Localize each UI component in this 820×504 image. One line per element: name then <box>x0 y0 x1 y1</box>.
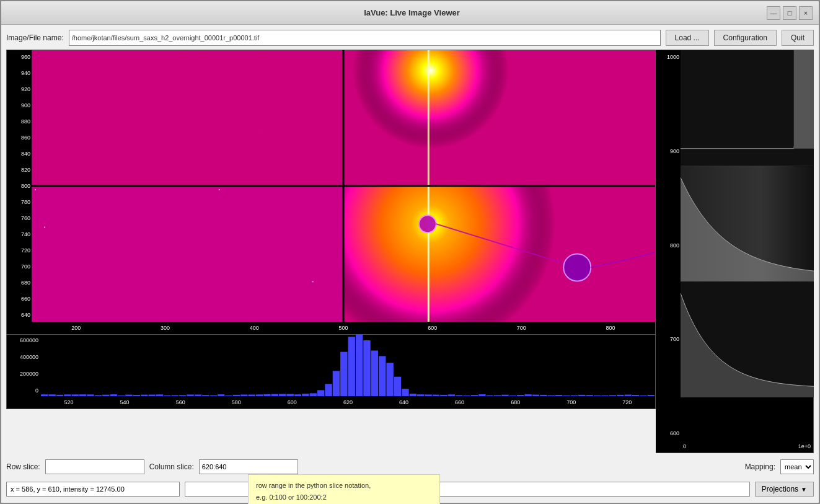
right-y-tick: 700 <box>657 336 679 342</box>
y-tick: 900 <box>8 102 30 108</box>
window-controls: — □ × <box>767 6 813 20</box>
y-tick: 720 <box>8 247 30 254</box>
tooltip-line2: e.g. 0:100 or 100:200:2 <box>256 492 432 503</box>
y-tick: 640 <box>8 312 30 318</box>
x-tick: 600 <box>428 325 437 331</box>
y-tick: 700 <box>8 263 30 270</box>
y-tick: 860 <box>8 135 30 141</box>
col-slice-label: Column slice: <box>149 462 194 471</box>
configuration-button[interactable]: Configuration <box>714 30 777 46</box>
x-tick: 400 <box>250 325 259 331</box>
y-tick: 660 <box>8 296 30 302</box>
quit-button[interactable]: Quit <box>782 30 814 46</box>
right-y-tick: 800 <box>657 242 679 249</box>
hist-x-tick: 620 <box>343 399 353 405</box>
row-slice-input[interactable] <box>45 459 144 474</box>
mapping-select[interactable]: mean max min sum <box>780 459 814 474</box>
tooltip: row range in the python slice notation, … <box>248 474 440 504</box>
close-button[interactable]: × <box>799 6 813 20</box>
histogram-panel: 600000 400000 200000 0 520 540 560 580 6… <box>6 335 656 409</box>
hist-y-tick: 600000 <box>8 337 40 343</box>
hist-x-tick: 660 <box>455 399 464 405</box>
hist-x-tick: 680 <box>511 399 520 405</box>
y-tick: 800 <box>8 183 30 189</box>
histogram-y-labels: 600000 400000 200000 0 <box>7 335 41 396</box>
image-canvas[interactable] <box>32 50 655 322</box>
x-tick: 700 <box>517 325 526 331</box>
image-display[interactable]: 960 940 920 900 880 860 840 820 800 780 … <box>6 50 656 335</box>
row-slice-label: Row slice: <box>6 462 40 471</box>
window-title: laVue: Live Image Viewer <box>57 8 767 17</box>
right-plot-canvas[interactable] <box>681 50 814 397</box>
projections-dropdown-icon: ▼ <box>801 486 807 493</box>
y-tick: 820 <box>8 167 30 173</box>
file-input[interactable] <box>69 30 661 46</box>
right-y-tick: 900 <box>657 148 679 154</box>
minimize-button[interactable]: — <box>767 6 780 20</box>
col-slice-input[interactable] <box>199 459 298 474</box>
right-x-tick: 1e+0 <box>798 443 811 449</box>
title-bar: laVue: Live Image Viewer — □ × <box>1 1 819 25</box>
hist-x-tick: 520 <box>64 399 74 405</box>
y-tick: 760 <box>8 215 30 221</box>
main-area: 960 940 920 900 880 860 840 820 800 780 … <box>6 50 814 453</box>
hist-x-tick: 640 <box>399 399 408 405</box>
file-label: Image/File name: <box>6 33 64 42</box>
hist-y-tick: 400000 <box>8 354 40 360</box>
status-row: x = 586, y = 610, intensity = 12745.00 P… <box>6 480 814 498</box>
hist-x-tick: 580 <box>232 399 241 405</box>
histogram-canvas[interactable] <box>41 335 655 396</box>
right-x-tick: 0 <box>683 443 686 449</box>
y-tick: 740 <box>8 231 30 237</box>
x-tick: 800 <box>606 325 615 331</box>
hist-x-tick: 560 <box>176 399 185 405</box>
tooltip-line1: row range in the python slice notation, <box>256 480 432 492</box>
status-text: x = 586, y = 610, intensity = 12745.00 <box>6 482 180 497</box>
y-tick: 940 <box>8 70 30 76</box>
maximize-button[interactable]: □ <box>783 6 796 20</box>
main-window: laVue: Live Image Viewer — □ × Image/Fil… <box>0 0 820 504</box>
x-tick: 200 <box>71 325 81 331</box>
hist-x-tick: 720 <box>622 399 632 405</box>
x-axis-labels: 200 300 400 500 600 700 800 <box>32 322 655 334</box>
right-y-tick: 600 <box>657 430 679 436</box>
hist-x-tick: 600 <box>288 399 297 405</box>
histogram-x-labels: 520 540 560 580 600 620 640 660 680 700 … <box>41 396 655 409</box>
y-tick: 880 <box>8 118 30 125</box>
left-panel: 960 940 920 900 880 860 840 820 800 780 … <box>6 50 656 453</box>
window-body: Image/File name: Load ... Configuration … <box>1 25 819 503</box>
y-tick: 960 <box>8 54 30 60</box>
y-tick: 920 <box>8 86 30 92</box>
x-tick: 500 <box>338 325 348 331</box>
x-tick: 300 <box>161 325 170 331</box>
hist-y-tick: 0 <box>8 387 40 394</box>
right-panel: 1000 900 800 700 600 0 1e+0 <box>656 50 814 453</box>
y-tick: 840 <box>8 151 30 157</box>
y-tick: 680 <box>8 280 30 286</box>
y-axis-labels: 960 940 920 900 880 860 840 820 800 780 … <box>7 50 32 322</box>
right-y-tick: 1000 <box>657 54 679 60</box>
hist-x-tick: 700 <box>567 399 576 405</box>
mapping-label: Mapping: <box>745 462 775 471</box>
hist-y-tick: 200000 <box>8 371 40 377</box>
load-button[interactable]: Load ... <box>666 30 709 46</box>
file-row: Image/File name: Load ... Configuration … <box>6 30 814 46</box>
right-x-labels: 0 1e+0 <box>681 440 813 453</box>
hist-x-tick: 540 <box>120 399 130 405</box>
projections-button[interactable]: Projections ▼ <box>755 482 814 497</box>
y-tick: 780 <box>8 199 30 205</box>
right-y-labels: 1000 900 800 700 600 <box>656 50 681 440</box>
